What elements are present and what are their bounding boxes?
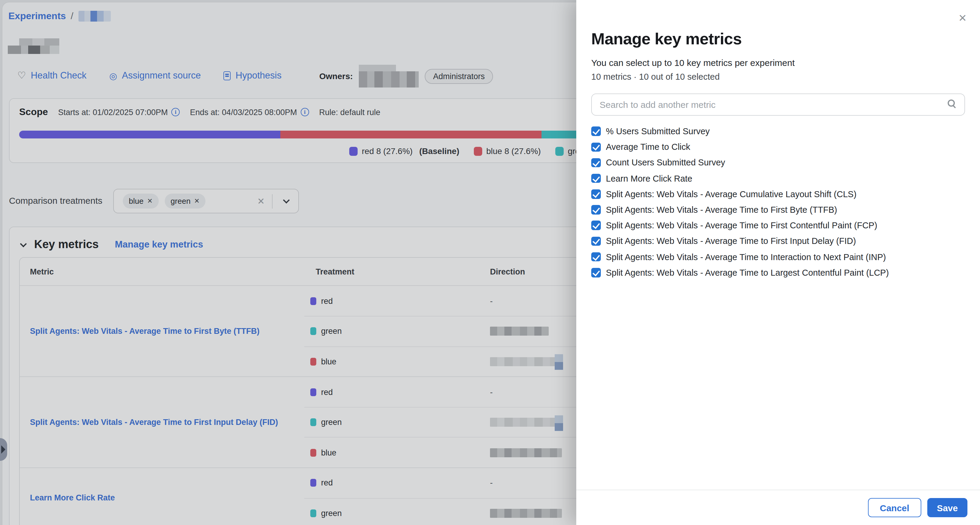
checkbox-checked-icon[interactable] <box>591 252 601 262</box>
search-icon <box>948 99 955 107</box>
metric-option[interactable]: Split Agents: Web Vitals - Average Time … <box>591 233 968 249</box>
metric-search-input[interactable] <box>592 94 964 115</box>
checkbox-checked-icon[interactable] <box>591 236 601 246</box>
checkbox-checked-icon[interactable] <box>591 189 601 199</box>
modal-footer: Cancel Save <box>576 490 980 525</box>
modal-subtitle: You can select up to 10 key metrics per … <box>591 57 795 68</box>
metric-option[interactable]: Split Agents: Web Vitals - Average Cumul… <box>591 187 968 202</box>
metrics-count: 10 metrics · 10 out of 10 selected <box>591 72 720 81</box>
checkbox-checked-icon[interactable] <box>591 158 601 167</box>
checkbox-checked-icon[interactable] <box>591 174 601 183</box>
metric-option[interactable]: Split Agents: Web Vitals - Average Time … <box>591 202 968 217</box>
metric-option[interactable]: Learn More Click Rate <box>591 171 968 186</box>
checkbox-checked-icon[interactable] <box>591 205 601 215</box>
metric-option[interactable]: Average Time to Click <box>591 139 968 155</box>
checkbox-checked-icon[interactable] <box>591 142 601 152</box>
metric-option[interactable]: Count Users Submitted Survey <box>591 155 968 171</box>
modal-title: Manage key metrics <box>591 30 741 49</box>
metric-option[interactable]: Split Agents: Web Vitals - Average Time … <box>591 265 968 280</box>
checkbox-checked-icon[interactable] <box>591 127 601 136</box>
manage-key-metrics-modal: ✕ Manage key metrics You can select up t… <box>576 0 980 525</box>
app-screen: Experiments / ♡ Health Check ◎ Assignmen… <box>0 0 980 525</box>
metric-search <box>591 94 965 116</box>
save-button[interactable]: Save <box>927 498 967 517</box>
metric-option[interactable]: Split Agents: Web Vitals - Average Time … <box>591 249 968 265</box>
metric-checkbox-list: % Users Submitted Survey Average Time to… <box>591 123 968 281</box>
metric-option[interactable]: Split Agents: Web Vitals - Average Time … <box>591 217 968 233</box>
cancel-button[interactable]: Cancel <box>868 498 921 517</box>
checkbox-checked-icon[interactable] <box>591 221 601 230</box>
metric-option[interactable]: % Users Submitted Survey <box>591 123 968 139</box>
checkbox-checked-icon[interactable] <box>591 268 601 277</box>
close-icon[interactable]: ✕ <box>958 13 967 23</box>
